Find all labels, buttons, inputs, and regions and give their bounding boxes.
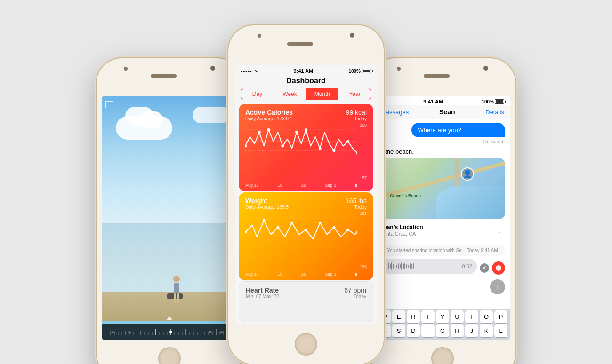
send-button[interactable]: ↑ [490, 279, 505, 294]
speaker-slot-center [287, 42, 313, 46]
map-background: Cowell's Beach 👤 [380, 158, 505, 219]
msg-details-button[interactable]: Details [485, 109, 504, 116]
key-F[interactable]: F [421, 324, 435, 337]
audio-row: 0:02 ✕ [380, 259, 505, 277]
calories-value-group: 99 kcal Today [346, 109, 367, 121]
bubble-delivered: Delivered [380, 139, 503, 144]
home-button-right[interactable] [431, 347, 454, 364]
weight-svg [245, 211, 357, 244]
key-U[interactable]: U [451, 310, 464, 323]
wbar2 [387, 264, 387, 269]
card-weight[interactable]: Weight Daily Average: 165.5 165 lbs Toda… [239, 192, 373, 280]
key-D[interactable]: D [407, 324, 420, 337]
svg-point-55 [332, 226, 335, 229]
key-E[interactable]: E [392, 310, 405, 323]
bubble-text-1: Where are you? [418, 127, 462, 134]
camera-dot-center [350, 33, 354, 38]
speaker-dot-center [258, 34, 261, 38]
svg-point-39 [281, 145, 284, 148]
svg-point-43 [332, 150, 335, 152]
tab-month[interactable]: Month [306, 88, 338, 100]
wbar13 [404, 263, 405, 269]
home-button-center[interactable] [295, 333, 317, 356]
calories-title: Active Calories [245, 109, 293, 116]
heartrate-date: Today [344, 294, 366, 299]
sharing-text: You started sharing location with Se... … [387, 248, 498, 253]
avatar-face: 👤 [463, 169, 472, 178]
speaker-slot-left [151, 74, 177, 78]
weight-value-group: 165 lbs Today [346, 197, 367, 210]
audio-message[interactable]: 0:02 [380, 259, 477, 274]
wt-x4: 9 [355, 272, 357, 277]
audio-cancel-button[interactable]: ✕ [480, 263, 489, 273]
health-content: ●●●●● ∿ 9:41 AM 100% Dashboard Day [235, 65, 377, 324]
wt-max-label: 168 [360, 211, 367, 216]
calories-svg [245, 123, 357, 155]
key-P[interactable]: P [494, 310, 507, 323]
tab-day[interactable]: Day [241, 88, 274, 100]
key-H[interactable]: H [451, 324, 464, 337]
svg-point-40 [295, 131, 298, 134]
key-L[interactable]: L [494, 324, 507, 337]
key-J[interactable]: J [465, 324, 478, 337]
key-I[interactable]: I [465, 310, 478, 323]
camera-dot-left [210, 66, 215, 71]
ruler-num-neg20: -20 [111, 330, 115, 333]
heartrate-title-group: Heart Rate Min: 67 Max: 72 [246, 286, 279, 300]
home-button-left[interactable] [158, 347, 181, 364]
level-triangle [167, 316, 172, 320]
location-sub: Santa Cruz, CA [380, 231, 505, 237]
wt-x0: Aug 12 [245, 272, 259, 277]
wt-min-label: 163 [360, 264, 367, 269]
photos-screen: -20 -10 0 10 20 30 [102, 96, 237, 340]
key-K[interactable]: K [480, 324, 493, 337]
msg-content-area: Where are you? Delivered t the beach. Co… [375, 119, 510, 309]
wbar6 [393, 264, 394, 269]
wt-x2: 26 [301, 272, 306, 277]
key-G[interactable]: G [436, 324, 449, 337]
svg-point-36 [245, 145, 247, 148]
card-calories[interactable]: Active Calories Daily Average: 173.97 99… [239, 104, 373, 191]
health-time: 9:41 AM [293, 68, 313, 74]
key-S[interactable]: S [392, 324, 405, 337]
iphone-center: ●●●●● ∿ 9:41 AM 100% Dashboard Day [228, 25, 384, 364]
ruler-num-10: 10 [209, 330, 212, 333]
signal-indicators: ●●●●● ∿ [241, 69, 258, 73]
key-T[interactable]: T [421, 310, 435, 323]
calories-subtitle: Daily Average: 173.97 [245, 116, 293, 121]
wt-x3: Sep 2 [325, 272, 336, 277]
key-Y[interactable]: Y [436, 310, 449, 323]
key-R[interactable]: R [407, 310, 420, 323]
svg-point-51 [276, 226, 279, 229]
audio-record-button[interactable] [492, 261, 505, 275]
iphone-left: -20 -10 0 10 20 30 [97, 58, 242, 364]
send-arrow-icon: ↑ [496, 283, 499, 291]
health-screen: ●●●●● ∿ 9:41 AM 100% Dashboard Day [235, 65, 377, 324]
battery-body [362, 69, 371, 73]
iphone-center-top [228, 25, 384, 68]
weight-x-labels: Aug 12 19 26 Sep 2 9 [245, 272, 357, 277]
svg-point-50 [263, 219, 266, 222]
card-heartrate[interactable]: Heart Rate Min: 67 Max: 72 67 bpm Today [239, 281, 373, 322]
tab-year[interactable]: Year [338, 88, 371, 100]
tab-week[interactable]: Week [274, 88, 306, 100]
wbar4 [390, 264, 391, 268]
cal-min-label: 87 [362, 175, 367, 180]
battery-fill [363, 70, 370, 72]
svg-point-44 [346, 140, 349, 143]
weight-date: Today [346, 205, 367, 210]
map-bubble[interactable]: Cowell's Beach 👤 [380, 158, 505, 219]
messages-content: ∿ 9:41 AM 100% Messages Sean Details [375, 96, 510, 340]
audio-waveform [385, 261, 459, 271]
battery-area: 100% [348, 69, 371, 74]
key-O[interactable]: O [480, 310, 493, 323]
location-row[interactable]: Sean's Location Santa Cruz, CA › [380, 222, 505, 242]
speaker-dot-left [124, 67, 128, 71]
weight-right-labels: 168 163 [360, 211, 367, 269]
heartrate-header: Heart Rate Min: 67 Max: 72 67 bpm Today [246, 286, 366, 300]
msg-back-button[interactable]: Messages [381, 109, 409, 116]
scene: -20 -10 0 10 20 30 [0, 0, 612, 364]
wbar5 [391, 262, 392, 270]
health-title: Dashboard [235, 75, 377, 88]
wt-x1: 19 [278, 272, 282, 277]
